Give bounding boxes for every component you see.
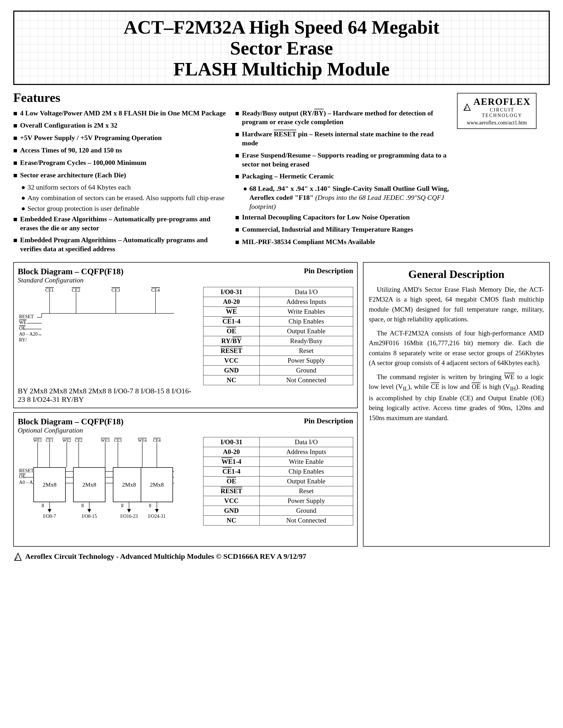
sub-feature-text: Any combination of sectors can be erased… (28, 194, 225, 203)
we2-label: WE2 (62, 438, 71, 443)
feature-item: ■ Embedded Program Algorithims – Automat… (13, 236, 227, 254)
pin-desc-1-title: Pin Description (304, 267, 353, 275)
sub-bullet-icon: ● (243, 184, 247, 193)
title-line2: Sector Erase (22, 38, 541, 59)
ce1-opt-label: CE1 (46, 438, 53, 443)
bullet-icon: ■ (235, 172, 239, 181)
table-row: VCC Power Supply (203, 496, 353, 506)
feature-item: ■ Sector erase architecture (Each Die) (13, 171, 227, 180)
pin-name: NC (203, 515, 259, 525)
feature-text: Embedded Erase Algorithims – Automatical… (20, 215, 227, 233)
sub-bullet-icon: ● (21, 204, 25, 213)
feature-text: Erase Suspend/Resume – Supports reading … (242, 151, 449, 169)
block-diagram-2-subtitle: Optional Configuration (18, 426, 123, 434)
bullet-icon: ■ (235, 151, 239, 160)
feature-text: Overall Configuration is 2M x 32 (20, 121, 227, 130)
a0-a20-label: A0 – A20 (19, 331, 38, 337)
chip2-label: 2Mx8 (49, 387, 67, 395)
pin-name: NC (203, 375, 259, 385)
oe-label: OE (19, 326, 25, 331)
feature-text: Ready/Busy output (RY/BY) – Hardware met… (242, 109, 449, 127)
bit-label-3: 8 (166, 387, 170, 395)
sub-bullet-icon: ● (21, 183, 25, 192)
features-section: Features ■ 4 Low Voltage/Power AMD 2M x … (13, 90, 449, 257)
bullet-icon: ■ (13, 215, 17, 224)
table-row: RESET Reset (203, 486, 353, 496)
diagram-1-svg-area: CE1 CE2 CE3 CE4 RESET (18, 287, 198, 404)
pin-desc: Write Enables (259, 307, 353, 316)
title-line1: ACT–F2M32A High Speed 64 Megabit (22, 17, 541, 38)
table-row: GND Ground (203, 365, 353, 375)
general-description: General Description Utilizing AMD's Sect… (363, 262, 550, 547)
bullet-icon: ■ (235, 109, 239, 118)
block-diagram-2: Block Diagram – CQFP(F18) Optional Confi… (13, 412, 358, 547)
feature-text: Embedded Program Algorithims – Automatic… (20, 236, 227, 254)
feature-item: ■ Access Times of 90, 120 and 150 ns (13, 146, 227, 155)
pin-name: A0-20 (203, 297, 259, 307)
table-row: I/O0-31 Data I/O (203, 437, 353, 447)
feature-item: ■ Erase/Program Cycles – 100,000 Minimum (13, 158, 227, 168)
sub-feature: ● 32 uniform sectors of 64 Kbytes each (21, 183, 227, 192)
footer-logo-icon (13, 552, 23, 561)
pin-name: GND (203, 506, 259, 515)
io-opt-3: I/O16-23 (120, 514, 138, 519)
bullet-icon: ■ (235, 238, 239, 247)
pin-table-2-area: I/O0-31 Data I/O A0-20 Address Inputs WE… (203, 437, 353, 542)
table-row: OE Output Enable (203, 326, 353, 336)
chip2-opt-label: 2Mx8 (82, 481, 96, 488)
general-desc-para2: The ACT-F2M32A consists of four high-per… (369, 328, 544, 368)
pin-desc: Chip Enables (259, 466, 353, 476)
ce4-opt-label: CE4 (153, 438, 160, 443)
pin-desc: Reset (259, 486, 353, 496)
we-label: WE (19, 320, 26, 325)
pin-name: I/O0-31 (203, 287, 259, 297)
ce2-label: CE2 (72, 287, 80, 293)
reset-opt-label: RESET (19, 468, 34, 473)
title-line3: FLASH Multichip Module (22, 59, 541, 80)
bit-label-2: 8 (135, 387, 139, 395)
block-diagram-1: Block Diagram – CQFP(F18) Standard Confi… (13, 262, 358, 408)
feature-text: Sector erase architecture (Each Die) (20, 171, 227, 180)
table-row: RY/BY Ready/Busy (203, 336, 353, 346)
pin-name: OE (203, 326, 259, 336)
feature-item: ■ 4 Low Voltage/Power AMD 2M x 8 FLASH D… (13, 109, 227, 118)
pin-name: VCC (203, 496, 259, 506)
features-logo-row: Features ■ 4 Low Voltage/Power AMD 2M x … (13, 90, 550, 257)
logo-url: www.aeroflex.com/act1.htm (463, 120, 531, 126)
features-columns: ■ 4 Low Voltage/Power AMD 2M x 8 FLASH D… (13, 109, 449, 257)
pin-desc: Output Enable (259, 476, 353, 486)
oe-opt-label: OE (19, 474, 25, 479)
table-row: GND Ground (203, 506, 353, 515)
bit-label-4: 8 (27, 395, 31, 403)
table-row: NC Not Connected (203, 515, 353, 525)
diagram-1-content: CE1 CE2 CE3 CE4 RESET (18, 287, 353, 404)
bit-opt-4: 8 (149, 503, 151, 508)
table-row: VCC Power Supply (203, 356, 353, 365)
block-diagram-1-subtitle: Standard Configuration (18, 276, 123, 284)
general-desc-para1: Utilizing AMD's Sector Erase Flash Memor… (369, 285, 544, 324)
block-diagram-2-svg: WE1 CE1 WE2 CE2 WE3 CE3 WE4 CE4 (18, 437, 198, 540)
pin-name: VCC (203, 356, 259, 365)
feature-item: ■ Commercial, Industrial and Military Te… (235, 225, 449, 234)
pin-desc: Ground (259, 365, 353, 375)
ryby-text: RY/BY (62, 395, 84, 403)
table-row: RESET Reset (203, 346, 353, 356)
pin-name: CE1-4 (203, 466, 259, 476)
arrow-4: I/O24-31 RY/BY (33, 395, 84, 403)
sub-feature: ● Sector group protection is user defina… (21, 204, 227, 213)
block-diagram-1-header: Block Diagram – CQFP(F18) Standard Confi… (18, 267, 353, 284)
title-text: ACT–F2M32A High Speed 64 Megabit Sector … (22, 17, 541, 80)
pin-name: CE1-4 (203, 316, 259, 326)
sub-feature-text: 68 Lead, .94" x .94" x .140" Single-Cavi… (249, 184, 449, 211)
feature-text: 4 Low Voltage/Power AMD 2M x 8 FLASH Die… (20, 109, 227, 118)
feature-text: MIL-PRF-38534 Compliant MCMs Available (242, 237, 449, 246)
pin-name: I/O0-31 (203, 437, 259, 447)
sub-feature-text: Sector group protection is user definabl… (28, 204, 139, 213)
table-row: NC Not Connected (203, 375, 353, 385)
table-row: A0-20 Address Inputs (203, 447, 353, 457)
reset-label: RESET (19, 314, 34, 319)
feature-item: ■ Embedded Erase Algorithims – Automatic… (13, 215, 227, 233)
features-left-col: ■ 4 Low Voltage/Power AMD 2M x 8 FLASH D… (13, 109, 227, 257)
block-diagram-1-title: Block Diagram – CQFP(F18) (18, 267, 123, 276)
pin-desc: Ground (259, 506, 353, 515)
